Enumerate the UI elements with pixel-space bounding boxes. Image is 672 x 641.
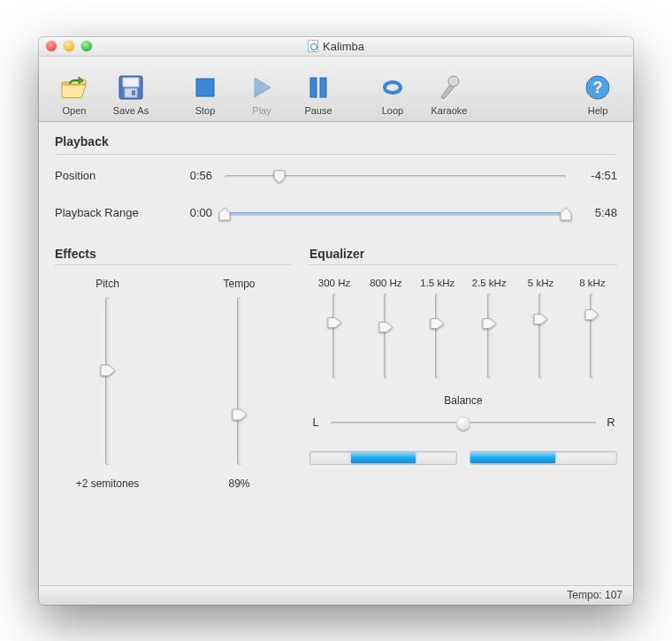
save-as-button[interactable]: Save As (104, 72, 157, 116)
eq-band-thumb[interactable] (378, 321, 393, 332)
loop-label: Loop (382, 105, 403, 116)
loop-icon (378, 72, 408, 103)
status-tempo: Tempo: 107 (567, 589, 622, 601)
tempo-label: Tempo (223, 278, 255, 290)
loop-button[interactable]: Loop (366, 72, 419, 116)
close-window-button[interactable] (46, 41, 57, 51)
pitch-value: +2 semitones (76, 477, 140, 490)
stop-label: Stop (195, 105, 216, 116)
karaoke-button[interactable]: Karaoke (423, 72, 476, 116)
pause-icon (303, 72, 333, 103)
equalizer-heading: Equalizer (309, 247, 617, 261)
zoom-window-button[interactable] (81, 41, 92, 51)
play-button[interactable]: Play (235, 72, 288, 116)
balance-label: Balance (444, 394, 482, 407)
eq-band-3[interactable]: 2.5 kHz (468, 278, 510, 378)
range-start: 0:00 (173, 206, 212, 219)
eq-band-thumb[interactable] (533, 314, 548, 325)
open-folder-icon (59, 72, 89, 103)
floppy-disk-icon (116, 72, 146, 103)
range-label: Playback Range (55, 206, 161, 219)
open-button[interactable]: Open (48, 72, 101, 116)
position-remaining: -4:51 (578, 169, 617, 182)
balance-thumb[interactable] (456, 416, 470, 431)
eq-band-4[interactable]: 5 kHz (520, 278, 562, 378)
pitch-thumb[interactable] (100, 364, 116, 377)
eq-band-label: 300 Hz (318, 278, 350, 288)
pause-button[interactable]: Pause (292, 72, 345, 116)
vu-meter-right (470, 451, 617, 465)
eq-band-thumb[interactable] (430, 318, 445, 330)
svg-rect-6 (320, 78, 326, 97)
balance-slider[interactable] (331, 414, 596, 431)
titlebar: Kalimba (39, 37, 633, 57)
eq-band-thumb[interactable] (482, 318, 497, 330)
window-title: Kalimba (323, 40, 364, 53)
range-high-thumb[interactable] (560, 207, 572, 221)
eq-band-5[interactable]: 8 kHz (571, 278, 614, 378)
eq-band-label: 1.5 kHz (420, 278, 454, 288)
balance-left-label: L (309, 416, 322, 429)
minimize-window-button[interactable] (64, 41, 74, 51)
pitch-slider[interactable]: Pitch +2 semitones (64, 278, 152, 490)
range-end: 5:48 (578, 206, 617, 219)
app-window: Kalimba Open (39, 37, 633, 605)
save-as-label: Save As (113, 105, 149, 116)
help-icon: ? (583, 72, 613, 103)
range-low-thumb[interactable] (218, 207, 231, 221)
toolbar: Open Save As (39, 57, 633, 122)
svg-rect-3 (132, 90, 135, 95)
playback-heading: Playback (55, 134, 617, 149)
stop-icon (190, 72, 220, 103)
eq-band-label: 2.5 kHz (472, 278, 507, 288)
statusbar: Tempo: 107 (39, 585, 633, 605)
svg-text:?: ? (593, 79, 603, 96)
help-button[interactable]: ? Help (571, 72, 624, 116)
play-icon (247, 72, 277, 103)
balance-right-label: R (605, 416, 617, 429)
play-label: Play (252, 105, 271, 116)
eq-band-label: 8 kHz (579, 278, 605, 288)
divider (55, 264, 292, 265)
vu-meter-left (309, 451, 457, 465)
position-label: Position (55, 169, 161, 182)
pause-label: Pause (304, 105, 332, 116)
open-label: Open (63, 105, 87, 116)
position-elapsed: 0:56 (173, 169, 212, 182)
range-slider[interactable] (225, 204, 566, 222)
eq-band-thumb[interactable] (327, 317, 342, 329)
effects-heading: Effects (55, 247, 292, 261)
eq-band-0[interactable]: 300 Hz (313, 278, 355, 378)
tempo-thumb[interactable] (232, 408, 248, 421)
eq-band-label: 5 kHz (528, 278, 554, 288)
help-label: Help (588, 105, 608, 116)
karaoke-label: Karaoke (431, 105, 468, 116)
eq-band-2[interactable]: 1.5 kHz (416, 278, 459, 378)
document-icon (308, 40, 318, 52)
stop-button[interactable]: Stop (179, 72, 232, 116)
divider (55, 154, 617, 155)
eq-band-thumb[interactable] (584, 309, 599, 321)
tempo-value: 89% (228, 477, 249, 490)
svg-rect-4 (196, 79, 214, 96)
pitch-label: Pitch (95, 278, 119, 290)
svg-rect-5 (310, 78, 317, 97)
eq-band-label: 800 Hz (370, 278, 401, 288)
microphone-icon (434, 72, 464, 103)
divider (309, 264, 617, 265)
tempo-slider[interactable]: Tempo 89% (195, 278, 284, 490)
svg-rect-1 (123, 78, 139, 87)
eq-band-1[interactable]: 800 Hz (364, 278, 407, 378)
position-thumb[interactable] (273, 170, 286, 184)
position-slider[interactable] (225, 167, 566, 185)
